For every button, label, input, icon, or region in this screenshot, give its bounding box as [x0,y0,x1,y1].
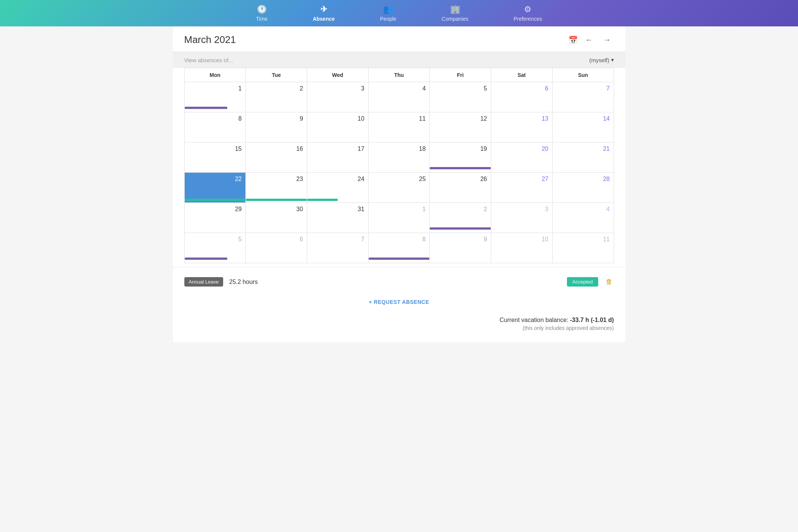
calendar-cell-apr7[interactable]: 7 [307,233,368,263]
time-icon: 🕐 [257,5,267,14]
day-number: 2 [433,206,487,213]
calendar-cell-apr4[interactable]: 4 [552,203,614,233]
calendar-cell-mar22[interactable]: 22 [184,173,246,203]
calendar-cell-mar11[interactable]: 11 [368,112,430,143]
nav-item-time[interactable]: 🕐 Time [233,0,290,26]
event-bar-teal [307,199,338,201]
calendar-cell-apr6[interactable]: 6 [246,233,307,263]
calendar-cell-apr11[interactable]: 11 [552,233,614,263]
calendar-cell-apr2[interactable]: 2 [430,203,491,233]
day-number: 8 [188,115,242,122]
day-number: 18 [372,146,426,152]
calendar-cell-mar26[interactable]: 26 [430,173,491,203]
absence-hours: 25.2 hours [229,279,561,285]
calendar-cell-mar5[interactable]: 5 [430,82,491,112]
calendar-cell-mar10[interactable]: 10 [307,112,368,143]
day-number: 10 [495,236,548,243]
balance-text: Current vacation balance: -33.7 h (-1.01… [184,317,614,323]
filter-placeholder: View absences of... [184,57,233,63]
calendar-week-2: 8 9 10 11 12 13 [184,112,614,143]
calendar-cell-mar16[interactable]: 16 [246,143,307,173]
request-absence-button[interactable]: + REQUEST ABSENCE [369,299,429,305]
nav-item-people[interactable]: 👥 People [357,0,419,26]
accepted-badge: Accepted [567,277,598,287]
day-number: 26 [433,176,487,182]
day-number: 25 [372,176,426,182]
calendar-cell-apr8[interactable]: 8 [368,233,430,263]
calendar-cell-mar24[interactable]: 24 [307,173,368,203]
balance-value: -33.7 h (-1.01 d) [570,317,614,323]
col-mon: Mon [184,68,246,82]
calendar-cell-mar17[interactable]: 17 [307,143,368,173]
calendar-cell-mar1[interactable]: 1 [184,82,246,112]
absence-section: Annual Leave 25.2 hours Accepted 🗑 [173,267,625,291]
day-number: 6 [250,236,303,243]
calendar-cell-mar25[interactable]: 25 [368,173,430,203]
top-navigation: 🕐 Time ✈ Absence 👥 People 🏢 Companies ⚙ … [0,0,798,26]
day-number: 13 [495,115,548,122]
calendar-cell-mar19[interactable]: 19 [430,143,491,173]
day-number: 29 [188,206,242,213]
calendar-cell-mar31[interactable]: 31 [307,203,368,233]
day-number: 30 [250,206,303,213]
calendar-cell-mar6[interactable]: 6 [491,82,553,112]
calendar-cell-mar3[interactable]: 3 [307,82,368,112]
nav-item-preferences[interactable]: ⚙ Preferences [491,0,564,26]
calendar-week-5: 29 30 31 1 2 3 [184,203,614,233]
calendar-cell-mar2[interactable]: 2 [246,82,307,112]
chevron-down-icon: ▾ [611,57,614,63]
nav-item-companies[interactable]: 🏢 Companies [419,0,491,26]
delete-absence-button[interactable]: 🗑 [604,276,614,287]
calendar-cell-mar8[interactable]: 8 [184,112,246,143]
day-number: 17 [311,146,365,152]
filter-dropdown[interactable]: (myself) ▾ [589,57,614,63]
col-sat: Sat [491,68,553,82]
main-content: March 2021 📅 ← → View absences of... (my… [173,26,625,342]
calendar-cell-mar30[interactable]: 30 [246,203,307,233]
calendar-cell-mar7[interactable]: 7 [552,82,614,112]
calendar-cell-mar21[interactable]: 21 [552,143,614,173]
calendar-cell-mar29[interactable]: 29 [184,203,246,233]
day-number: 9 [250,115,303,122]
nav-label-preferences: Preferences [513,16,542,22]
calendar-cell-mar9[interactable]: 9 [246,112,307,143]
calendar-week-6: 5 6 7 8 9 [184,233,614,263]
calendar-cell-apr1[interactable]: 1 [368,203,430,233]
calendar-icon[interactable]: 📅 [568,35,578,44]
calendar-cell-mar4[interactable]: 4 [368,82,430,112]
col-tue: Tue [246,68,307,82]
calendar-cell-mar13[interactable]: 13 [491,112,553,143]
calendar-week-1: 1 2 3 4 5 6 [184,82,614,112]
calendar-cell-mar18[interactable]: 18 [368,143,430,173]
prev-month-button[interactable]: ← [582,34,596,46]
calendar-cell-apr5[interactable]: 5 [184,233,246,263]
calendar-cell-mar15[interactable]: 15 [184,143,246,173]
calendar-cell-mar28[interactable]: 28 [552,173,614,203]
calendar-cell-apr10[interactable]: 10 [491,233,553,263]
calendar-cell-mar12[interactable]: 12 [430,112,491,143]
calendar-cell-mar27[interactable]: 27 [491,173,553,203]
preferences-icon: ⚙ [524,5,531,14]
calendar-header: March 2021 📅 ← → [173,26,625,52]
day-number: 1 [188,85,242,92]
calendar-cell-mar20[interactable]: 20 [491,143,553,173]
calendar-week-3: 15 16 17 18 19 20 [184,143,614,173]
calendar-cell-apr9[interactable]: 9 [430,233,491,263]
balance-label: Current vacation balance: [499,317,568,323]
nav-item-absence[interactable]: ✈ Absence [290,0,357,26]
day-number: 5 [433,85,487,92]
day-number: 21 [556,146,610,152]
absence-type-badge: Annual Leave [184,277,224,287]
day-number: 16 [250,146,303,152]
day-number: 19 [433,146,487,152]
calendar-cell-mar23[interactable]: 23 [246,173,307,203]
calendar-cell-mar14[interactable]: 14 [552,112,614,143]
day-number: 7 [311,236,365,243]
event-bar-purple [369,258,430,260]
filter-selected: (myself) [589,57,609,63]
next-month-button[interactable]: → [600,34,614,46]
day-number: 12 [433,115,487,122]
nav-label-time: Time [256,16,268,22]
people-icon: 👥 [383,5,393,14]
calendar-cell-apr3[interactable]: 3 [491,203,553,233]
